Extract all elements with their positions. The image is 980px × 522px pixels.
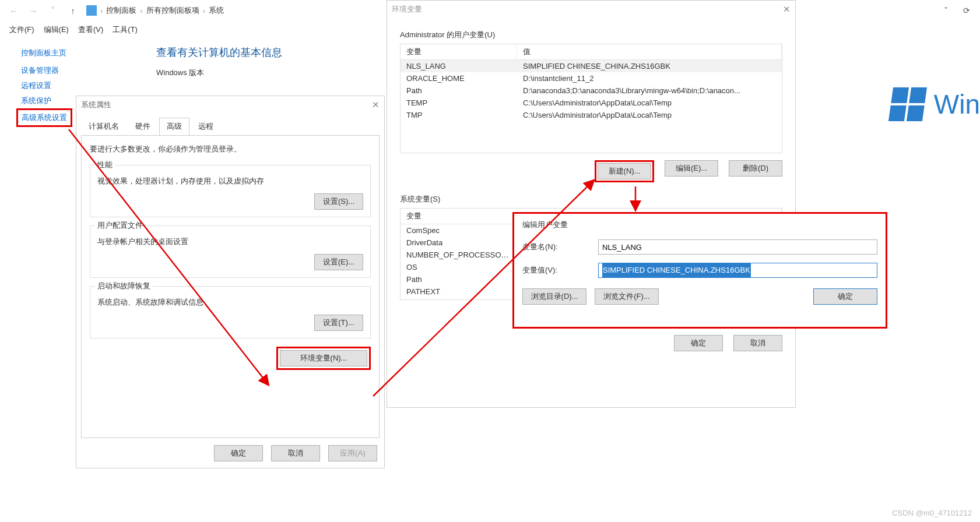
group-startup: 启动和故障恢复 系统启动、系统故障和调试信息 设置(T)... bbox=[90, 286, 371, 338]
edit-dialog-title: 编辑用户变量 bbox=[514, 214, 886, 237]
tabs: 计算机名 硬件 高级 远程 bbox=[76, 114, 384, 135]
value-row: 变量值(V): SIMPLIFIED CHINESE_CHINA.ZHS16GB… bbox=[514, 260, 886, 284]
tab-hardware[interactable]: 硬件 bbox=[128, 118, 158, 136]
control-panel-icon bbox=[86, 5, 97, 16]
chevron-right-icon: › bbox=[203, 6, 205, 15]
recent-icon[interactable]: ˅ bbox=[47, 4, 59, 17]
windows-logo: Win bbox=[891, 87, 980, 121]
environment-variables-dialog: 环境变量 ✕ Administrator 的用户变量(U) 变量 值 NLS_L… bbox=[387, 0, 796, 408]
sidebar-link-remote[interactable]: 远程设置 bbox=[21, 78, 138, 93]
cell-var: DriverData bbox=[401, 237, 517, 249]
env-row: 环境变量(N)... bbox=[90, 347, 371, 370]
back-icon[interactable]: ← bbox=[7, 4, 20, 17]
menu-tools[interactable]: 工具(T) bbox=[113, 24, 138, 35]
cell-var: TEMP bbox=[401, 97, 517, 109]
system-properties-dialog: 系统属性 ✕ 计算机名 硬件 高级 远程 要进行大多数更改，你必须作为管理员登录… bbox=[76, 96, 385, 468]
breadcrumb-item[interactable]: 所有控制面板项 bbox=[146, 5, 199, 16]
address-bar[interactable]: › 控制面板 › 所有控制面板项 › 系统 bbox=[86, 5, 224, 16]
cell-val: C:\Users\Administrator\AppData\Local\Tem… bbox=[517, 97, 782, 109]
col-var[interactable]: 变量 bbox=[401, 209, 517, 224]
edit-ok-button[interactable]: 确定 bbox=[813, 288, 877, 305]
cell-var: OS bbox=[401, 261, 517, 273]
cell-var: ComSpec bbox=[401, 224, 517, 237]
table-row[interactable]: ORACLE_HOMED:\instantclient_11_2 bbox=[401, 72, 782, 84]
value-label: 变量值(V): bbox=[522, 265, 592, 276]
menu-view[interactable]: 查看(V) bbox=[78, 24, 103, 35]
tab-advanced[interactable]: 高级 bbox=[159, 118, 189, 136]
environment-variables-button[interactable]: 环境变量(N)... bbox=[280, 350, 367, 366]
user-vars-label: Administrator 的用户变量(U) bbox=[387, 18, 795, 44]
refresh-icon[interactable]: ⟳ bbox=[961, 5, 972, 16]
cell-var: TMP bbox=[401, 109, 517, 121]
cell-val: C:\Users\Administrator\AppData\Local\Tem… bbox=[517, 109, 782, 121]
browse-file-button[interactable]: 浏览文件(F)... bbox=[595, 288, 659, 305]
menu-edit[interactable]: 编辑(E) bbox=[44, 24, 69, 35]
tab-computername[interactable]: 计算机名 bbox=[81, 118, 127, 136]
page-title: 查看有关计算机的基本信息 bbox=[156, 45, 282, 59]
edit-user-var-button[interactable]: 编辑(E)... bbox=[665, 160, 718, 177]
sidebar-link-advanced-settings[interactable]: 高级系统设置 bbox=[16, 108, 72, 127]
table-row[interactable]: PathD:\anaconda3;D:\anaconda3\Library\mi… bbox=[401, 84, 782, 97]
cell-var: NLS_LANG bbox=[401, 60, 517, 72]
variable-name-input[interactable] bbox=[598, 239, 877, 255]
edit-buttons: 浏览目录(D)... 浏览文件(F)... 确定 bbox=[514, 284, 886, 305]
menu-file[interactable]: 文件(F) bbox=[9, 24, 34, 35]
breadcrumb-item[interactable]: 控制面板 bbox=[106, 5, 136, 16]
sys-vars-label: 系统变量(S) bbox=[387, 182, 795, 208]
table-row[interactable]: TMPC:\Users\Administrator\AppData\Local\… bbox=[401, 109, 782, 121]
perf-settings-button[interactable]: 设置(S)... bbox=[314, 193, 363, 210]
env-button-highlight: 环境变量(N)... bbox=[276, 347, 371, 370]
breadcrumb-item[interactable]: 系统 bbox=[209, 5, 224, 16]
new-button-highlight: 新建(N)... bbox=[595, 160, 654, 182]
table-row[interactable]: TEMPC:\Users\Administrator\AppData\Local… bbox=[401, 97, 782, 109]
dialog-titlebar[interactable]: 环境变量 ✕ bbox=[387, 1, 795, 18]
tab-panel: 要进行大多数更改，你必须作为管理员登录。 性能 视觉效果，处理器计划，内存使用，… bbox=[81, 135, 380, 438]
env-ok-button[interactable]: 确定 bbox=[674, 335, 723, 351]
cell-val: SIMPLIFIED CHINESE_CHINA.ZHS16GBK bbox=[517, 60, 782, 72]
section-heading: Windows 版本 bbox=[156, 68, 282, 78]
sidebar-link-device-manager[interactable]: 设备管理器 bbox=[21, 63, 138, 78]
variable-value-input[interactable]: SIMPLIFIED CHINESE_CHINA.ZHS16GBK bbox=[598, 263, 877, 278]
table-row[interactable]: NLS_LANGSIMPLIFIED CHINESE_CHINA.ZHS16GB… bbox=[401, 60, 782, 72]
name-row: 变量名(N): bbox=[514, 237, 886, 260]
browse-dir-button[interactable]: 浏览目录(D)... bbox=[522, 288, 586, 305]
admin-note: 要进行大多数更改，你必须作为管理员登录。 bbox=[90, 144, 371, 154]
sidebar-title[interactable]: 控制面板主页 bbox=[21, 43, 138, 63]
profile-settings-button[interactable]: 设置(E)... bbox=[314, 254, 363, 270]
col-val[interactable]: 值 bbox=[517, 44, 782, 59]
up-icon[interactable]: ↑ bbox=[66, 4, 79, 17]
col-var[interactable]: 变量 bbox=[401, 44, 517, 59]
forward-icon[interactable]: → bbox=[27, 4, 40, 17]
cell-var: Path bbox=[401, 84, 517, 97]
group-desc: 与登录帐户相关的桌面设置 bbox=[97, 237, 363, 247]
windows-icon bbox=[888, 87, 927, 121]
group-legend: 启动和故障恢复 bbox=[95, 281, 153, 291]
ok-button[interactable]: 确定 bbox=[214, 445, 263, 461]
windows-text: Win bbox=[934, 89, 980, 120]
dialog-titlebar[interactable]: 系统属性 ✕ bbox=[76, 96, 384, 114]
cell-val: D:\anaconda3;D:\anaconda3\Library\mingw-… bbox=[517, 84, 782, 97]
user-vars-table[interactable]: 变量 值 NLS_LANGSIMPLIFIED CHINESE_CHINA.ZH… bbox=[400, 44, 782, 153]
dialog-title: 系统属性 bbox=[81, 100, 111, 110]
cell-var: Path bbox=[401, 273, 517, 285]
chevron-right-icon: › bbox=[140, 6, 142, 15]
cancel-button[interactable]: 取消 bbox=[271, 445, 320, 461]
env-cancel-button[interactable]: 取消 bbox=[733, 335, 782, 351]
tab-remote[interactable]: 远程 bbox=[191, 118, 221, 136]
delete-user-var-button[interactable]: 删除(D) bbox=[729, 160, 782, 177]
cell-var: PATHEXT bbox=[401, 285, 517, 298]
nav-right: ˅ ⟳ bbox=[940, 0, 972, 21]
name-label: 变量名(N): bbox=[522, 242, 592, 252]
dialog-title: 环境变量 bbox=[392, 4, 422, 15]
new-user-var-button[interactable]: 新建(N)... bbox=[598, 163, 651, 179]
apply-button[interactable]: 应用(A) bbox=[328, 445, 377, 461]
cell-var: NUMBER_OF_PROCESSORS bbox=[401, 249, 517, 261]
group-profiles: 用户配置文件 与登录帐户相关的桌面设置 设置(E)... bbox=[90, 225, 371, 278]
startup-settings-button[interactable]: 设置(T)... bbox=[314, 315, 363, 331]
value-selected-text: SIMPLIFIED CHINESE_CHINA.ZHS16GBK bbox=[602, 263, 751, 277]
dropdown-icon[interactable]: ˅ bbox=[940, 5, 951, 16]
close-icon[interactable]: ✕ bbox=[372, 100, 380, 110]
chevron-right-icon: › bbox=[100, 6, 103, 15]
close-icon[interactable]: ✕ bbox=[783, 4, 791, 15]
group-legend: 用户配置文件 bbox=[95, 220, 145, 231]
